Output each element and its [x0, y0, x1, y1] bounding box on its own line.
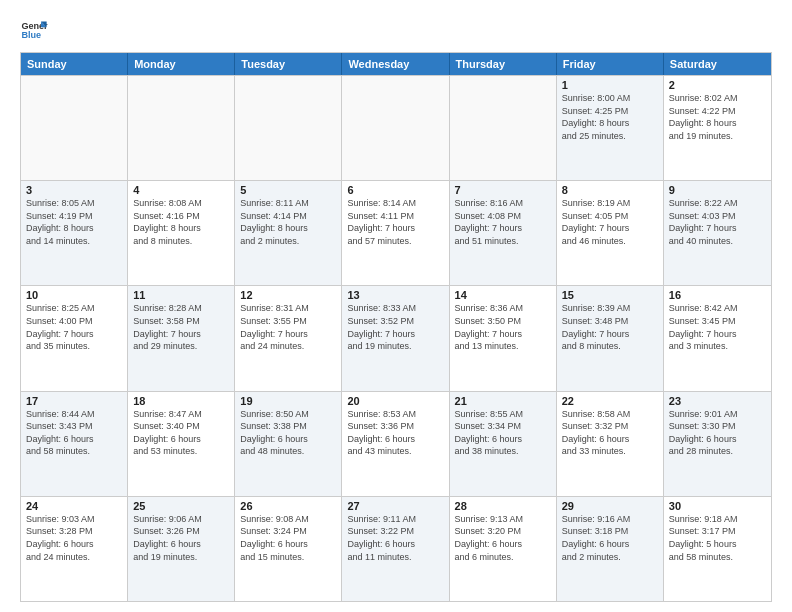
day-number: 29: [562, 500, 658, 512]
day-info: Sunrise: 8:08 AM Sunset: 4:16 PM Dayligh…: [133, 197, 229, 247]
day-cell-8: 8Sunrise: 8:19 AM Sunset: 4:05 PM Daylig…: [557, 181, 664, 285]
day-info: Sunrise: 8:25 AM Sunset: 4:00 PM Dayligh…: [26, 302, 122, 352]
svg-text:Blue: Blue: [21, 30, 41, 40]
day-number: 8: [562, 184, 658, 196]
day-number: 14: [455, 289, 551, 301]
day-info: Sunrise: 8:33 AM Sunset: 3:52 PM Dayligh…: [347, 302, 443, 352]
day-cell-24: 24Sunrise: 9:03 AM Sunset: 3:28 PM Dayli…: [21, 497, 128, 601]
day-number: 21: [455, 395, 551, 407]
day-cell-16: 16Sunrise: 8:42 AM Sunset: 3:45 PM Dayli…: [664, 286, 771, 390]
day-number: 5: [240, 184, 336, 196]
logo: General Blue: [20, 16, 48, 44]
day-cell-28: 28Sunrise: 9:13 AM Sunset: 3:20 PM Dayli…: [450, 497, 557, 601]
day-info: Sunrise: 8:02 AM Sunset: 4:22 PM Dayligh…: [669, 92, 766, 142]
day-number: 24: [26, 500, 122, 512]
day-number: 26: [240, 500, 336, 512]
day-cell-14: 14Sunrise: 8:36 AM Sunset: 3:50 PM Dayli…: [450, 286, 557, 390]
day-number: 13: [347, 289, 443, 301]
day-cell-12: 12Sunrise: 8:31 AM Sunset: 3:55 PM Dayli…: [235, 286, 342, 390]
day-number: 4: [133, 184, 229, 196]
day-info: Sunrise: 8:22 AM Sunset: 4:03 PM Dayligh…: [669, 197, 766, 247]
day-number: 15: [562, 289, 658, 301]
day-info: Sunrise: 8:42 AM Sunset: 3:45 PM Dayligh…: [669, 302, 766, 352]
day-info: Sunrise: 8:14 AM Sunset: 4:11 PM Dayligh…: [347, 197, 443, 247]
day-cell-21: 21Sunrise: 8:55 AM Sunset: 3:34 PM Dayli…: [450, 392, 557, 496]
day-cell-15: 15Sunrise: 8:39 AM Sunset: 3:48 PM Dayli…: [557, 286, 664, 390]
day-number: 11: [133, 289, 229, 301]
day-number: 18: [133, 395, 229, 407]
day-info: Sunrise: 8:11 AM Sunset: 4:14 PM Dayligh…: [240, 197, 336, 247]
day-info: Sunrise: 9:01 AM Sunset: 3:30 PM Dayligh…: [669, 408, 766, 458]
calendar-header: SundayMondayTuesdayWednesdayThursdayFrid…: [21, 53, 771, 75]
day-cell-30: 30Sunrise: 9:18 AM Sunset: 3:17 PM Dayli…: [664, 497, 771, 601]
weekday-header-sunday: Sunday: [21, 53, 128, 75]
day-info: Sunrise: 9:13 AM Sunset: 3:20 PM Dayligh…: [455, 513, 551, 563]
empty-cell: [450, 76, 557, 180]
day-info: Sunrise: 9:11 AM Sunset: 3:22 PM Dayligh…: [347, 513, 443, 563]
day-number: 12: [240, 289, 336, 301]
day-cell-3: 3Sunrise: 8:05 AM Sunset: 4:19 PM Daylig…: [21, 181, 128, 285]
empty-cell: [128, 76, 235, 180]
day-number: 7: [455, 184, 551, 196]
day-info: Sunrise: 8:28 AM Sunset: 3:58 PM Dayligh…: [133, 302, 229, 352]
day-cell-18: 18Sunrise: 8:47 AM Sunset: 3:40 PM Dayli…: [128, 392, 235, 496]
day-number: 16: [669, 289, 766, 301]
day-number: 9: [669, 184, 766, 196]
day-number: 28: [455, 500, 551, 512]
day-info: Sunrise: 8:36 AM Sunset: 3:50 PM Dayligh…: [455, 302, 551, 352]
day-number: 17: [26, 395, 122, 407]
day-cell-6: 6Sunrise: 8:14 AM Sunset: 4:11 PM Daylig…: [342, 181, 449, 285]
weekday-header-thursday: Thursday: [450, 53, 557, 75]
day-info: Sunrise: 8:50 AM Sunset: 3:38 PM Dayligh…: [240, 408, 336, 458]
day-info: Sunrise: 9:03 AM Sunset: 3:28 PM Dayligh…: [26, 513, 122, 563]
day-info: Sunrise: 8:53 AM Sunset: 3:36 PM Dayligh…: [347, 408, 443, 458]
day-number: 10: [26, 289, 122, 301]
day-cell-27: 27Sunrise: 9:11 AM Sunset: 3:22 PM Dayli…: [342, 497, 449, 601]
day-info: Sunrise: 8:05 AM Sunset: 4:19 PM Dayligh…: [26, 197, 122, 247]
day-cell-23: 23Sunrise: 9:01 AM Sunset: 3:30 PM Dayli…: [664, 392, 771, 496]
day-cell-26: 26Sunrise: 9:08 AM Sunset: 3:24 PM Dayli…: [235, 497, 342, 601]
page-header: General Blue: [20, 16, 772, 44]
day-info: Sunrise: 8:00 AM Sunset: 4:25 PM Dayligh…: [562, 92, 658, 142]
day-cell-19: 19Sunrise: 8:50 AM Sunset: 3:38 PM Dayli…: [235, 392, 342, 496]
day-cell-1: 1Sunrise: 8:00 AM Sunset: 4:25 PM Daylig…: [557, 76, 664, 180]
weekday-header-wednesday: Wednesday: [342, 53, 449, 75]
day-number: 30: [669, 500, 766, 512]
day-info: Sunrise: 9:16 AM Sunset: 3:18 PM Dayligh…: [562, 513, 658, 563]
weekday-header-tuesday: Tuesday: [235, 53, 342, 75]
day-info: Sunrise: 8:19 AM Sunset: 4:05 PM Dayligh…: [562, 197, 658, 247]
day-number: 25: [133, 500, 229, 512]
day-number: 6: [347, 184, 443, 196]
day-cell-10: 10Sunrise: 8:25 AM Sunset: 4:00 PM Dayli…: [21, 286, 128, 390]
day-cell-22: 22Sunrise: 8:58 AM Sunset: 3:32 PM Dayli…: [557, 392, 664, 496]
day-info: Sunrise: 8:47 AM Sunset: 3:40 PM Dayligh…: [133, 408, 229, 458]
day-number: 1: [562, 79, 658, 91]
day-cell-20: 20Sunrise: 8:53 AM Sunset: 3:36 PM Dayli…: [342, 392, 449, 496]
day-number: 19: [240, 395, 336, 407]
calendar-row-1: 3Sunrise: 8:05 AM Sunset: 4:19 PM Daylig…: [21, 180, 771, 285]
day-cell-2: 2Sunrise: 8:02 AM Sunset: 4:22 PM Daylig…: [664, 76, 771, 180]
day-cell-4: 4Sunrise: 8:08 AM Sunset: 4:16 PM Daylig…: [128, 181, 235, 285]
day-info: Sunrise: 9:08 AM Sunset: 3:24 PM Dayligh…: [240, 513, 336, 563]
day-cell-29: 29Sunrise: 9:16 AM Sunset: 3:18 PM Dayli…: [557, 497, 664, 601]
day-cell-17: 17Sunrise: 8:44 AM Sunset: 3:43 PM Dayli…: [21, 392, 128, 496]
empty-cell: [342, 76, 449, 180]
logo-icon: General Blue: [20, 16, 48, 44]
calendar-row-2: 10Sunrise: 8:25 AM Sunset: 4:00 PM Dayli…: [21, 285, 771, 390]
day-number: 20: [347, 395, 443, 407]
day-number: 23: [669, 395, 766, 407]
calendar: SundayMondayTuesdayWednesdayThursdayFrid…: [20, 52, 772, 602]
day-cell-7: 7Sunrise: 8:16 AM Sunset: 4:08 PM Daylig…: [450, 181, 557, 285]
day-info: Sunrise: 8:31 AM Sunset: 3:55 PM Dayligh…: [240, 302, 336, 352]
day-info: Sunrise: 8:58 AM Sunset: 3:32 PM Dayligh…: [562, 408, 658, 458]
day-info: Sunrise: 8:44 AM Sunset: 3:43 PM Dayligh…: [26, 408, 122, 458]
day-info: Sunrise: 8:39 AM Sunset: 3:48 PM Dayligh…: [562, 302, 658, 352]
day-cell-25: 25Sunrise: 9:06 AM Sunset: 3:26 PM Dayli…: [128, 497, 235, 601]
empty-cell: [235, 76, 342, 180]
weekday-header-saturday: Saturday: [664, 53, 771, 75]
day-info: Sunrise: 8:16 AM Sunset: 4:08 PM Dayligh…: [455, 197, 551, 247]
day-cell-11: 11Sunrise: 8:28 AM Sunset: 3:58 PM Dayli…: [128, 286, 235, 390]
day-cell-13: 13Sunrise: 8:33 AM Sunset: 3:52 PM Dayli…: [342, 286, 449, 390]
day-number: 2: [669, 79, 766, 91]
day-info: Sunrise: 9:06 AM Sunset: 3:26 PM Dayligh…: [133, 513, 229, 563]
